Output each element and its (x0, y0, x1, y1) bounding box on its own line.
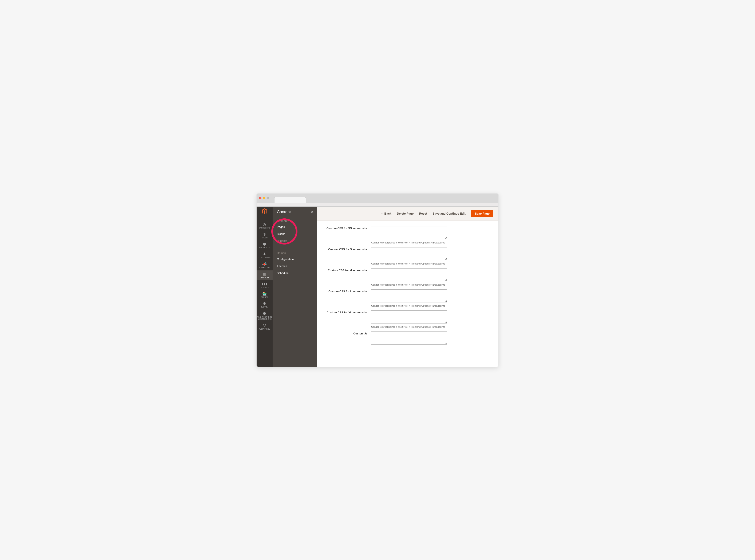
delete-page-button[interactable]: Delete Page (397, 212, 414, 215)
form-row: Custom CSS for L screen sizeConfigure br… (325, 289, 490, 307)
app-root: ◔DASHBOARD$SALES⬢PRODUCTS♟CUSTOMERS📣MARK… (257, 206, 498, 367)
rail-item-dashboard[interactable]: ◔DASHBOARD (257, 221, 273, 231)
rail-label: FIND PARTNERS & EXTENSIONS (257, 316, 272, 320)
rail-label: SYSTEM (261, 306, 269, 308)
flyout-link-themes[interactable]: Themes (277, 263, 313, 269)
field-hint: Configure breakpoints in WeltPixel > Fro… (371, 241, 447, 244)
rail-label: CONTENT (260, 277, 269, 278)
css-textarea[interactable] (371, 289, 447, 302)
css-textarea[interactable] (371, 332, 447, 344)
form-row: Custom CSS for S screen sizeConfigure br… (325, 247, 490, 265)
flyout-close-icon[interactable]: × (311, 209, 314, 214)
field-control (371, 332, 447, 345)
rail-label: DASHBOARD (259, 227, 271, 229)
page-action-bar: ← Back Delete Page Reset Save and Contin… (317, 206, 498, 221)
reset-button[interactable]: Reset (419, 212, 427, 215)
rail-item-find-partners-extensions[interactable]: ⬣FIND PARTNERS & EXTENSIONS (257, 310, 273, 322)
field-hint: Configure breakpoints in WeltPixel > Fro… (371, 326, 447, 328)
save-continue-button[interactable]: Save and Continue Edit (433, 212, 465, 215)
rail-label: REPORTS (260, 286, 269, 288)
flyout-link-blocks[interactable]: Blocks (277, 231, 313, 237)
rail-label: SALES (262, 237, 268, 239)
field-hint: Configure breakpoints in WeltPixel > Fro… (371, 262, 447, 265)
rail-item-stores[interactable]: 🏪STORES (257, 290, 273, 300)
flyout-link-widgets[interactable]: Widgets (277, 237, 313, 244)
rail-item-marketing[interactable]: 📣MARKETING (257, 261, 273, 271)
rail-label: STORES (261, 296, 269, 298)
field-hint: Configure breakpoints in WeltPixel > Fro… (371, 283, 447, 286)
content-flyout-panel: Content × Elements Pages Blocks Widgets … (273, 206, 317, 367)
weltpixel-icon: ⬡ (263, 323, 266, 327)
browser-tab[interactable] (274, 197, 306, 203)
main-content: ← Back Delete Page Reset Save and Contin… (317, 206, 498, 367)
rail-item-weltpixel[interactable]: ⬡WELTPIXEL (257, 322, 273, 332)
field-label: Custom CSS for XL screen size (325, 311, 367, 328)
window-close-dot[interactable] (259, 197, 261, 199)
css-textarea[interactable] (371, 311, 447, 323)
dashboard-icon: ◔ (263, 223, 266, 227)
rail-label: WELTPIXEL (259, 328, 270, 330)
save-page-button[interactable]: Save Page (471, 210, 493, 217)
rail-item-content[interactable]: ▥CONTENT (257, 271, 273, 280)
back-button[interactable]: ← Back (380, 212, 392, 215)
field-label: Custom CSS for L screen size (325, 289, 367, 307)
form-row: Custom CSS for XS screen sizeConfigure b… (325, 226, 490, 244)
rail-item-reports[interactable]: ▮▮▮REPORTS (257, 280, 273, 290)
rail-item-customers[interactable]: ♟CUSTOMERS (257, 251, 273, 261)
window-min-dot[interactable] (263, 197, 265, 199)
back-label: Back (384, 212, 392, 215)
flyout-link-configuration[interactable]: Configuration (277, 256, 313, 263)
field-control: Configure breakpoints in WeltPixel > Fro… (371, 226, 447, 244)
content-icon: ▥ (263, 272, 266, 276)
form-row: Custom CSS for XL screen sizeConfigure b… (325, 311, 490, 328)
rail-label: MARKETING (259, 267, 270, 268)
form-row: Custom CSS for M screen sizeConfigure br… (325, 268, 490, 286)
window-max-dot[interactable] (267, 197, 269, 199)
magento-logo-icon (262, 208, 267, 216)
field-control: Configure breakpoints in WeltPixel > Fro… (371, 311, 447, 328)
browser-toolbar (257, 203, 498, 206)
field-label: Custom CSS for S screen size (325, 247, 367, 265)
rail-item-products[interactable]: ⬢PRODUCTS (257, 241, 273, 251)
form-area: Custom CSS for XS screen sizeConfigure b… (317, 221, 498, 367)
reports-icon: ▮▮▮ (262, 282, 267, 286)
flyout-link-schedule[interactable]: Schedule (277, 269, 313, 277)
field-label: Custom CSS for XS screen size (325, 226, 367, 244)
stores-icon: 🏪 (262, 292, 267, 296)
marketing-icon: 📣 (262, 262, 267, 266)
field-label: Custom Js (325, 332, 367, 345)
css-textarea[interactable] (371, 247, 447, 260)
flyout-section-heading: Design (277, 252, 313, 255)
rail-label: PRODUCTS (259, 247, 270, 249)
products-icon: ⬢ (263, 242, 266, 246)
arrow-left-icon: ← (380, 212, 383, 215)
field-label: Custom CSS for M screen size (325, 268, 367, 286)
system-icon: ⚙ (263, 302, 266, 306)
field-control: Configure breakpoints in WeltPixel > Fro… (371, 268, 447, 286)
flyout-title: Content (277, 209, 313, 214)
customers-icon: ♟ (263, 252, 266, 256)
browser-frame: ◔DASHBOARD$SALES⬢PRODUCTS♟CUSTOMERS📣MARK… (256, 193, 499, 367)
css-textarea[interactable] (371, 268, 447, 281)
field-hint: Configure breakpoints in WeltPixel > Fro… (371, 304, 447, 307)
css-textarea[interactable] (371, 226, 447, 239)
field-control: Configure breakpoints in WeltPixel > Fro… (371, 289, 447, 307)
flyout-section-heading: Elements (277, 219, 313, 223)
flyout-link-pages[interactable]: Pages (277, 223, 313, 231)
field-control: Configure breakpoints in WeltPixel > Fro… (371, 247, 447, 265)
find-partners-extensions-icon: ⬣ (263, 312, 266, 316)
rail-item-system[interactable]: ⚙SYSTEM (257, 300, 273, 310)
browser-tab-bar (257, 194, 498, 203)
form-row: Custom Js (325, 332, 490, 345)
sidebar-rail: ◔DASHBOARD$SALES⬢PRODUCTS♟CUSTOMERS📣MARK… (257, 206, 273, 367)
sales-icon: $ (263, 233, 266, 237)
rail-item-sales[interactable]: $SALES (257, 231, 273, 241)
rail-label: CUSTOMERS (259, 257, 271, 259)
